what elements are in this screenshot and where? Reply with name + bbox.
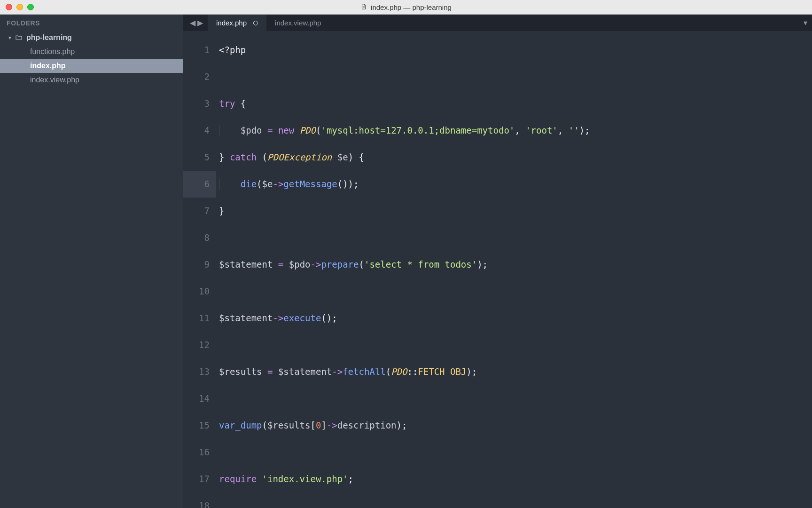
line-number: 16 <box>183 439 216 466</box>
line-number: 10 <box>183 278 216 305</box>
code-line: $pdo = new PDO('mysql:host=127.0.0.1;dbn… <box>216 125 812 136</box>
code-line: $results = $statement->fetchAll(PDO::FET… <box>216 366 812 377</box>
titlebar: index.php — php-learning <box>0 0 812 15</box>
code-row[interactable]: 9$statement = $pdo->prepare('select * fr… <box>183 251 812 278</box>
code-row[interactable]: 18 <box>183 492 812 508</box>
sidebar-file[interactable]: index.view.php <box>0 73 183 87</box>
code-line: die($e->getMessage()); <box>216 179 812 190</box>
tab-nav-forward-icon[interactable]: ▶ <box>197 18 203 27</box>
code-row[interactable]: 6 die($e->getMessage()); <box>183 171 812 198</box>
code-line: $statement->execute(); <box>216 313 812 324</box>
sidebar-header: FOLDERS <box>0 15 183 31</box>
line-number: 5 <box>183 144 216 171</box>
editor: ◀ ▶ index.phpindex.view.php ▾ 1<?php23tr… <box>183 15 812 508</box>
code-row[interactable]: 14 <box>183 385 812 412</box>
code-row[interactable]: 12 <box>183 332 812 358</box>
line-number: 2 <box>183 64 216 90</box>
tab-nav: ◀ ▶ <box>183 15 208 31</box>
line-number: 12 <box>183 332 216 358</box>
sidebar-file-label: index.view.php <box>30 76 79 84</box>
project-folder[interactable]: ▾ php-learning <box>0 31 183 45</box>
code-area[interactable]: 1<?php23try {4 $pdo = new PDO('mysql:hos… <box>183 31 812 508</box>
line-number: 8 <box>183 224 216 251</box>
code-line: var_dump($results[0]->description); <box>216 420 812 431</box>
window-controls <box>6 4 34 10</box>
code-row[interactable]: 16 <box>183 439 812 466</box>
project-folder-label: php-learning <box>26 33 72 42</box>
code-row[interactable]: 13$results = $statement->fetchAll(PDO::F… <box>183 358 812 385</box>
code-line: } catch (PDOException $e) { <box>216 152 812 163</box>
code-row[interactable]: 8 <box>183 224 812 251</box>
code-row[interactable]: 15var_dump($results[0]->description); <box>183 412 812 439</box>
line-number: 18 <box>183 492 216 508</box>
line-number: 6 <box>183 171 216 198</box>
code-row[interactable]: 17require 'index.view.php'; <box>183 466 812 492</box>
code-row[interactable]: 2 <box>183 64 812 90</box>
code-row[interactable]: 4 $pdo = new PDO('mysql:host=127.0.0.1;d… <box>183 117 812 144</box>
zoom-window-button[interactable] <box>27 4 34 10</box>
sidebar: FOLDERS ▾ php-learning functions.phpinde… <box>0 15 183 508</box>
sidebar-file-label: functions.php <box>30 48 75 56</box>
code-line: try { <box>216 98 812 109</box>
file-tree: ▾ php-learning functions.phpindex.phpind… <box>0 31 183 87</box>
code-row[interactable]: 10 <box>183 278 812 305</box>
chevron-down-icon: ▾ <box>7 34 13 41</box>
sidebar-file[interactable]: functions.php <box>0 45 183 59</box>
code-line: <?php <box>216 45 812 56</box>
tab-label: index.php <box>216 19 247 27</box>
line-number: 9 <box>183 251 216 278</box>
indent-guide <box>219 125 219 136</box>
tab-bar: ◀ ▶ index.phpindex.view.php ▾ <box>183 15 812 31</box>
tab[interactable]: index.view.php <box>266 15 329 31</box>
window-title-text: index.php — php-learning <box>371 3 452 11</box>
code-line: } <box>216 206 812 216</box>
line-number: 17 <box>183 466 216 492</box>
line-number: 4 <box>183 117 216 144</box>
tab[interactable]: index.php <box>208 15 266 31</box>
sidebar-file[interactable]: index.php <box>0 59 183 73</box>
file-icon <box>360 2 367 12</box>
line-number: 13 <box>183 358 216 385</box>
tab-nav-back-icon[interactable]: ◀ <box>190 18 195 27</box>
code-line: $statement = $pdo->prepare('select * fro… <box>216 259 812 270</box>
code-row[interactable]: 1<?php <box>183 37 812 64</box>
folder-icon <box>15 34 23 41</box>
line-number: 7 <box>183 198 216 224</box>
line-number: 14 <box>183 385 216 412</box>
line-number: 11 <box>183 305 216 332</box>
close-window-button[interactable] <box>6 4 12 10</box>
code-row[interactable]: 3try { <box>183 90 812 117</box>
tabs-overflow-icon[interactable]: ▾ <box>804 15 807 31</box>
line-number: 1 <box>183 37 216 64</box>
code-row[interactable]: 7} <box>183 198 812 224</box>
code-line: require 'index.view.php'; <box>216 474 812 484</box>
line-number: 15 <box>183 412 216 439</box>
indent-guide <box>219 179 219 190</box>
minimize-window-button[interactable] <box>16 4 23 10</box>
code-row[interactable]: 11$statement->execute(); <box>183 305 812 332</box>
dirty-indicator-icon <box>253 21 258 25</box>
line-number: 3 <box>183 90 216 117</box>
tab-label: index.view.php <box>275 19 321 27</box>
code-row[interactable]: 5} catch (PDOException $e) { <box>183 144 812 171</box>
sidebar-file-label: index.php <box>30 62 66 70</box>
window-title: index.php — php-learning <box>360 2 452 12</box>
